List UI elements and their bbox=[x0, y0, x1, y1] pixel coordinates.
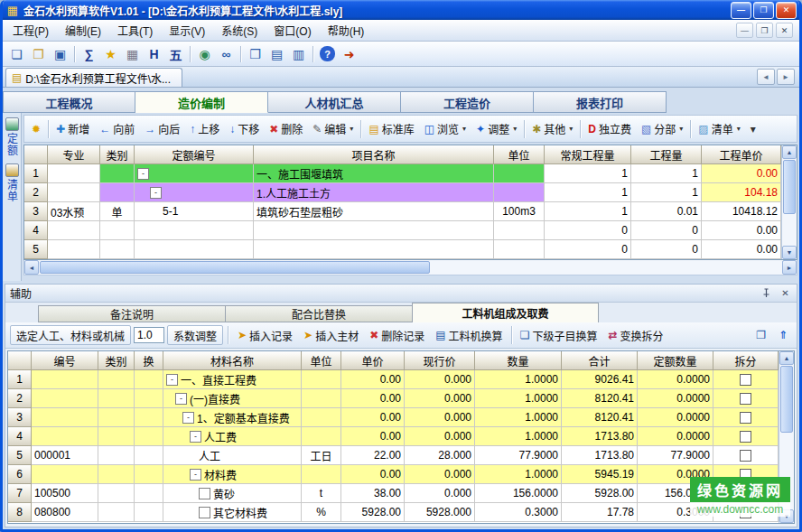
grid-cell[interactable] bbox=[713, 427, 779, 446]
toolbar-overflow-button[interactable]: ▾ bbox=[746, 118, 760, 140]
row-number-cell[interactable]: 6 bbox=[8, 465, 32, 484]
grid-cell[interactable]: 0.000 bbox=[405, 370, 475, 389]
grid-cell[interactable]: 工日 bbox=[302, 446, 341, 465]
tab-scroll-right-icon[interactable]: ► bbox=[777, 69, 795, 85]
column-header[interactable]: 现行价 bbox=[405, 351, 475, 370]
columns-icon[interactable]: ▥ bbox=[288, 44, 309, 64]
grid-cell[interactable]: 5-1 bbox=[135, 202, 254, 221]
grid-cell[interactable]: 0.0000 bbox=[638, 370, 713, 389]
grid-cell[interactable]: 5945.19 bbox=[562, 465, 638, 484]
factor-adjust-button[interactable]: 系数调整 bbox=[167, 325, 223, 345]
grid-row[interactable]: 6-材料费0.000.0001.00005945.190.0000 bbox=[8, 465, 779, 484]
grid-cell[interactable] bbox=[100, 240, 135, 259]
delete-button[interactable]: ✖删除 bbox=[265, 118, 307, 140]
grid-cell[interactable] bbox=[713, 408, 779, 427]
main-grid-hscrollbar[interactable]: ◄ ► bbox=[23, 260, 797, 275]
grid-cell[interactable]: 一、施工围堰填筑 bbox=[254, 164, 494, 183]
expand-box-icon[interactable]: - bbox=[182, 412, 194, 424]
column-header[interactable]: 单价 bbox=[341, 351, 405, 370]
grid-cell[interactable] bbox=[135, 503, 163, 522]
column-header[interactable]: 单位 bbox=[494, 145, 545, 164]
aux-tab-2[interactable]: 工料机组成及取费 bbox=[412, 303, 599, 322]
link-icon[interactable]: ∞ bbox=[216, 44, 237, 64]
grid-cell[interactable]: 1 bbox=[545, 183, 631, 202]
split-checkbox[interactable] bbox=[740, 393, 751, 405]
copy-result-icon[interactable]: ❐ bbox=[751, 324, 770, 346]
grid-cell[interactable] bbox=[32, 408, 98, 427]
grid-cell[interactable]: 0.00 bbox=[341, 370, 405, 389]
grid-row[interactable]: 5000001人工工日22.0028.00077.90001713.8077.9… bbox=[8, 446, 779, 465]
grid-cell[interactable]: t bbox=[302, 484, 341, 503]
side-tab-dinge[interactable]: 定额 bbox=[5, 117, 20, 156]
document-tab[interactable]: ▤ D:\金石水利预算工程文件\水... bbox=[5, 68, 182, 87]
grid-cell[interactable] bbox=[32, 370, 98, 389]
main-tab-0[interactable]: 工程概况 bbox=[3, 91, 135, 113]
print-icon[interactable]: ▤ bbox=[266, 44, 287, 64]
scrollbar-thumb[interactable] bbox=[783, 160, 796, 214]
tip-icon[interactable]: ✹ bbox=[27, 118, 45, 140]
section-button[interactable]: ▧分部▾ bbox=[637, 118, 687, 140]
grid-cell[interactable]: 10418.12 bbox=[702, 202, 781, 221]
grid-cell[interactable]: 0.000 bbox=[405, 408, 475, 427]
grid-row[interactable]: 5000.00 bbox=[24, 240, 781, 259]
column-header[interactable]: 定额数量 bbox=[638, 351, 713, 370]
split-checkbox[interactable] bbox=[740, 412, 751, 424]
scroll-down-icon[interactable]: ▼ bbox=[782, 246, 797, 259]
main-tab-3[interactable]: 工程造价 bbox=[401, 91, 534, 113]
grid-cell[interactable] bbox=[135, 408, 163, 427]
grid-cell[interactable]: 1.0000 bbox=[475, 427, 562, 446]
grid-cell[interactable] bbox=[48, 221, 100, 240]
column-header[interactable]: 定额编号 bbox=[135, 145, 254, 164]
grid-cell[interactable]: 5928.000 bbox=[405, 503, 475, 522]
scroll-left-icon[interactable]: ◄ bbox=[24, 260, 39, 275]
grid-cell[interactable] bbox=[98, 370, 135, 389]
grid-cell[interactable] bbox=[494, 221, 545, 240]
wu-icon[interactable]: 五 bbox=[165, 44, 186, 64]
menu-item-4[interactable]: 系统(S) bbox=[213, 20, 266, 41]
grid-cell[interactable]: 人工 bbox=[163, 446, 302, 465]
grid-cell[interactable]: 黄砂 bbox=[163, 484, 302, 503]
grid-cell[interactable]: -材料费 bbox=[163, 465, 302, 484]
column-header[interactable]: 拆分 bbox=[713, 351, 779, 370]
column-header[interactable]: 常规工程量 bbox=[545, 145, 631, 164]
main-grid-vscrollbar[interactable]: ▲ ▼ bbox=[781, 145, 797, 259]
column-header[interactable]: 类别 bbox=[100, 145, 135, 164]
mdi-close-button[interactable]: ✕ bbox=[776, 23, 793, 38]
menu-item-1[interactable]: 编制(E) bbox=[57, 20, 109, 41]
grid-cell[interactable] bbox=[135, 370, 163, 389]
grid-cell[interactable] bbox=[302, 427, 341, 446]
main-tab-4[interactable]: 报表打印 bbox=[534, 91, 667, 113]
grid-row[interactable]: 4-人工费0.000.0001.00001713.800.0000 bbox=[8, 427, 779, 446]
mdi-restore-button[interactable]: ❐ bbox=[756, 23, 773, 38]
grid-cell[interactable] bbox=[98, 446, 135, 465]
move-down-button[interactable]: ↓下移 bbox=[225, 118, 264, 140]
grid-cell[interactable]: 5928.00 bbox=[562, 484, 638, 503]
help-icon[interactable]: ? bbox=[320, 46, 335, 61]
header-h-icon[interactable]: H bbox=[144, 44, 164, 64]
grid-cell[interactable]: 其它材料费 bbox=[163, 503, 302, 522]
material-machine-conversion-button[interactable]: ▤工料机换算 bbox=[431, 324, 507, 346]
insert-main-material-button[interactable]: ➤插入主材 bbox=[299, 324, 363, 346]
list-button[interactable]: ▨清单▾ bbox=[694, 118, 744, 140]
sum-icon[interactable]: ∑ bbox=[79, 44, 99, 64]
column-header[interactable]: 工程单价 bbox=[702, 145, 781, 164]
grid-cell[interactable]: 1.0000 bbox=[475, 408, 562, 427]
grid-cell[interactable]: 0.00 bbox=[341, 408, 405, 427]
row-number-cell[interactable]: 3 bbox=[8, 408, 32, 427]
grid-cell[interactable]: 8120.41 bbox=[562, 408, 638, 427]
grid-cell[interactable] bbox=[302, 408, 341, 427]
pin-icon[interactable] bbox=[760, 287, 773, 300]
grid-cell[interactable]: 28.000 bbox=[405, 446, 475, 465]
row-number-cell[interactable]: 2 bbox=[24, 183, 48, 202]
grid-cell[interactable] bbox=[100, 183, 135, 202]
grid-cell[interactable]: 0.00 bbox=[702, 240, 781, 259]
grid-cell[interactable] bbox=[135, 446, 163, 465]
move-prev-button[interactable]: ←向前 bbox=[95, 118, 139, 140]
grid-cell[interactable]: 000001 bbox=[32, 446, 98, 465]
row-number-cell[interactable]: 7 bbox=[8, 484, 32, 503]
browse-button[interactable]: ◫浏览▾ bbox=[420, 118, 471, 140]
grid-cell[interactable] bbox=[135, 240, 254, 259]
column-header[interactable] bbox=[24, 145, 48, 164]
expand-box-icon[interactable]: - bbox=[150, 187, 162, 199]
scrollbar-thumb[interactable] bbox=[780, 366, 793, 433]
